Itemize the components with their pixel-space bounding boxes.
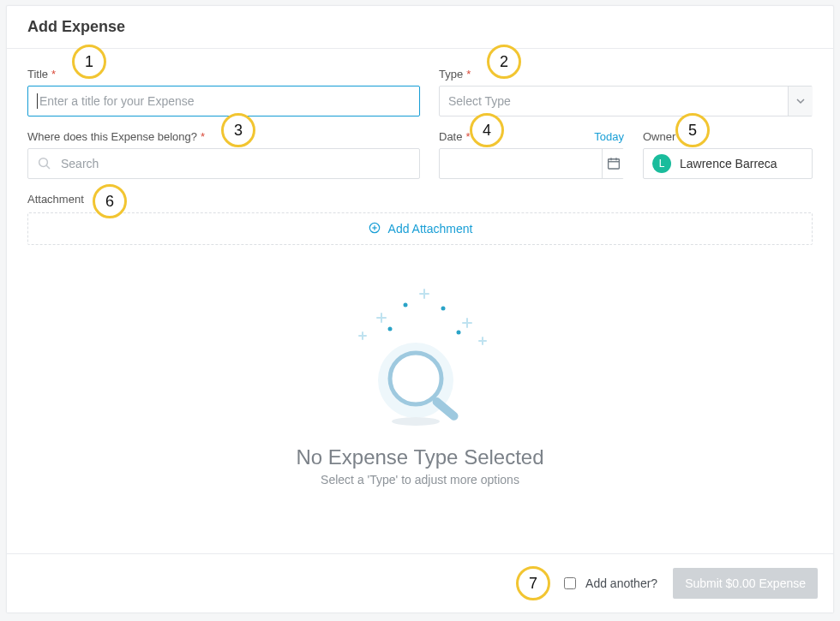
date-input[interactable]: [448, 156, 602, 171]
modal-header: Add Expense: [7, 6, 833, 49]
title-input-wrapper[interactable]: [27, 86, 420, 116]
add-attachment-button[interactable]: Add Attachment: [27, 212, 813, 245]
label-type-text: Type: [439, 68, 463, 81]
col-title: Title *: [27, 68, 420, 116]
label-attachment-text: Attachment: [27, 193, 84, 206]
date-input-wrapper[interactable]: [439, 148, 624, 179]
form-row-2: Where does this Expense belong? * Date *…: [27, 130, 813, 179]
calendar-icon[interactable]: [602, 149, 624, 178]
add-attachment-label: Add Attachment: [388, 222, 473, 236]
required-asterisk: *: [201, 130, 205, 143]
label-owner-text: Owner: [643, 130, 675, 143]
svg-point-22: [441, 307, 446, 311]
add-another-text: Add another?: [585, 576, 657, 590]
title-input[interactable]: [38, 93, 411, 109]
add-expense-modal: Add Expense 1 2 3 4 5 6 Title *: [6, 5, 834, 613]
modal-title: Add Expense: [27, 18, 125, 36]
belong-input[interactable]: [59, 156, 411, 171]
required-asterisk: *: [466, 68, 471, 81]
plus-circle-icon: [368, 221, 381, 237]
annotation-7: 7: [516, 566, 550, 600]
svg-rect-4: [608, 159, 619, 169]
owner-value: Lawrence Barreca: [680, 157, 777, 170]
svg-point-28: [392, 417, 440, 426]
required-asterisk: *: [465, 130, 470, 143]
label-title-text: Title: [27, 68, 48, 81]
modal-footer: 7 Add another? Submit $0.00 Expense: [7, 553, 833, 612]
belong-search[interactable]: [27, 148, 420, 179]
today-link[interactable]: Today: [594, 130, 624, 143]
type-select[interactable]: Select Type: [439, 86, 813, 116]
modal-body: 1 2 3 4 5 6 Title * Type *: [7, 49, 833, 487]
col-belong: Where does this Expense belong? *: [27, 130, 420, 179]
close-button[interactable]: [807, 24, 814, 31]
label-title: Title *: [27, 68, 420, 81]
label-attachment: Attachment: [27, 193, 813, 206]
search-icon: [37, 156, 52, 171]
add-another-checkbox-label[interactable]: Add another?: [561, 575, 657, 592]
attachment-section: Attachment Add Attachment: [27, 193, 813, 245]
submit-button[interactable]: Submit $0.00 Expense: [673, 568, 818, 599]
chevron-down-icon: [788, 87, 813, 116]
label-date: Date * Today: [439, 130, 624, 143]
empty-state: No Expense Type Selected Select a 'Type'…: [27, 286, 813, 487]
empty-state-subtext: Select a 'Type' to adjust more options: [321, 473, 519, 487]
label-belong: Where does this Expense belong? *: [27, 130, 420, 143]
required-asterisk: *: [51, 68, 56, 81]
required-asterisk: *: [679, 130, 683, 143]
type-placeholder: Select Type: [448, 94, 511, 108]
col-type: Type * Select Type: [439, 68, 813, 116]
svg-point-24: [457, 331, 461, 335]
add-another-checkbox[interactable]: [564, 577, 576, 589]
label-date-text: Date: [439, 130, 462, 143]
label-owner: Owner *: [643, 130, 813, 143]
svg-point-21: [404, 303, 408, 308]
avatar: L: [652, 154, 671, 173]
label-type: Type *: [439, 68, 813, 81]
owner-select[interactable]: L Lawrence Barreca: [643, 148, 813, 179]
col-date: Date * Today: [439, 130, 624, 179]
empty-state-illustration: [330, 286, 510, 440]
empty-state-heading: No Expense Type Selected: [296, 445, 543, 469]
svg-point-23: [388, 327, 393, 331]
label-belong-text: Where does this Expense belong?: [27, 130, 197, 143]
form-row-1: Title * Type * Select Type: [27, 68, 813, 116]
svg-point-2: [39, 158, 48, 167]
svg-line-3: [46, 165, 50, 169]
col-owner: Owner * L Lawrence Barreca: [643, 130, 813, 179]
svg-point-26: [390, 353, 441, 404]
